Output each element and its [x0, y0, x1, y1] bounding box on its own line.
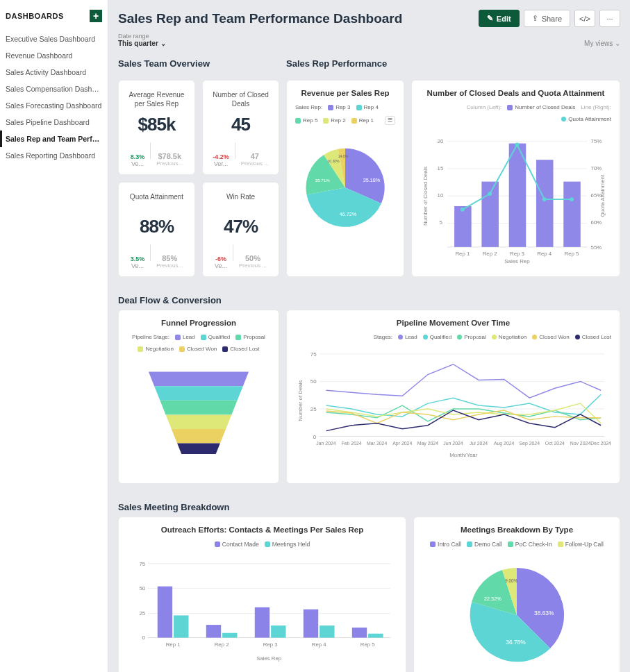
kpi-win-rate[interactable]: Win Rate 47% -6% Ve... 50% Previous ... [202, 182, 279, 277]
legend-item: PoC Check-In [508, 541, 552, 548]
svg-text:Rep 5: Rep 5 [565, 251, 580, 257]
kpi-closed-deals[interactable]: Number of Closed Deals 45 -4.2% Ver... 4… [202, 80, 279, 175]
sidebar-item-rep-team[interactable]: Sales Rep and Team Perform... [0, 131, 108, 147]
svg-point-29 [542, 197, 547, 201]
svg-text:65%: 65% [591, 192, 602, 199]
svg-text:75: 75 [310, 351, 317, 358]
svg-rect-22 [481, 182, 499, 247]
add-dashboard-button[interactable]: + [90, 10, 102, 22]
svg-text:35.71%: 35.71% [315, 178, 330, 183]
sidebar-item-compensation[interactable]: Sales Compensation Dashboard [0, 81, 108, 97]
sidebar-item-reporting[interactable]: Sales Reporting Dashboard [0, 147, 108, 164]
legend-item: Rep 1 [351, 116, 374, 125]
legend-item: Follow-Up Call [558, 541, 604, 548]
outreach-svg: 75 50 25 0 Rep 1Rep 2Rep 3Rep 4Rep 5 Sal… [127, 553, 397, 668]
sidebar-item-executive[interactable]: Executive Sales Dashboard [0, 31, 108, 47]
chart-revenue-per-rep[interactable]: Revenue per Sales Rep Sales Rep: Rep 3 R… [286, 80, 404, 277]
svg-text:Rep 4: Rep 4 [312, 641, 326, 648]
svg-text:Number of Closed Deals: Number of Closed Deals [422, 166, 429, 226]
sidebar-item-revenue[interactable]: Revenue Dashboard [0, 47, 108, 64]
more-button[interactable]: ··· [599, 10, 620, 27]
svg-text:Rep 3: Rep 3 [263, 641, 278, 648]
kpi-prev: 50% [239, 254, 267, 262]
kpi-sub: Ve... [215, 262, 227, 269]
svg-marker-38 [154, 386, 243, 401]
edit-button[interactable]: ✎ Edit [479, 10, 520, 27]
kpi-title: Number of Closed Deals [208, 90, 273, 108]
legend-item: Qualified [201, 334, 231, 340]
svg-marker-42 [177, 444, 220, 454]
svg-text:Jun 2024: Jun 2024 [443, 441, 463, 446]
kpi-value: 45 [208, 114, 273, 135]
chart-closed-deals-quota[interactable]: Number of Closed Deals and Quota Attainm… [411, 80, 620, 277]
legend-item: Closed Lost [222, 346, 259, 352]
section-meeting-title: Sales Meeting Breakdown [118, 498, 620, 516]
legend-item: Quota Attainment [561, 116, 611, 122]
chart-pipeline-movement[interactable]: Pipeline Movement Over Time Stages: Lead… [286, 310, 620, 484]
kpi-quota[interactable]: Quota Attainment 88% 3.5% Ve... 85% Prev… [118, 182, 195, 277]
svg-text:Rep 3: Rep 3 [510, 251, 525, 257]
svg-rect-75 [206, 625, 221, 637]
svg-text:14.0%: 14.0% [338, 154, 349, 158]
svg-text:Mar 2024: Mar 2024 [367, 441, 387, 446]
chart-funnel[interactable]: Funnel Progression Pipeline Stage: Lead … [118, 310, 279, 484]
legend-item: Number of Closed Deals [507, 104, 575, 110]
kpi-prev: 47 [241, 152, 269, 160]
svg-text:Rep 4: Rep 4 [537, 251, 552, 257]
svg-text:10.20%: 10.20% [327, 159, 340, 163]
sidebar-item-forecasting[interactable]: Sales Forecasting Dashboard [0, 97, 108, 114]
svg-text:25: 25 [140, 610, 146, 616]
svg-text:9.00%: 9.00% [505, 578, 517, 583]
kpi-grid: Average Revenue per Sales Rep $85k 8.3% … [118, 80, 279, 277]
legend-item: Proposal [457, 334, 486, 340]
svg-rect-73 [158, 586, 172, 637]
chart-title: Revenue per Sales Rep [295, 89, 395, 97]
kpi-title: Quota Attainment [124, 192, 189, 210]
svg-text:15: 15 [438, 165, 444, 171]
svg-text:Aug 2024: Aug 2024 [494, 441, 515, 446]
share-icon: ⇪ [532, 14, 538, 23]
chart-meetings-type[interactable]: Meetings Breakdown By Type Intro Call De… [413, 516, 620, 672]
kpi-value: 88% [124, 216, 189, 237]
my-views-button[interactable]: My views ⌄ [584, 40, 620, 47]
svg-text:0: 0 [142, 635, 145, 641]
svg-rect-25 [563, 182, 581, 247]
svg-text:Rep 2: Rep 2 [483, 251, 497, 257]
pie-chart-svg: 35.18% 46.72% 35.71% 10.20% 14.0% [295, 131, 395, 230]
svg-point-27 [488, 192, 492, 196]
sidebar: DASHBOARDS + Executive Sales Dashboard R… [0, 0, 108, 672]
legend-toggle-icon[interactable]: ☰ [385, 116, 395, 125]
svg-text:22.32%: 22.32% [484, 596, 501, 602]
legend-item: Closed Won [179, 346, 217, 352]
sidebar-item-activity[interactable]: Sales Activity Dashboard [0, 64, 108, 81]
svg-text:Rep 5: Rep 5 [360, 641, 375, 648]
svg-text:Jan 2024: Jan 2024 [316, 441, 336, 446]
svg-text:Rep 2: Rep 2 [215, 641, 229, 648]
legend-item: Negotiation [492, 334, 527, 340]
sidebar-item-pipeline[interactable]: Sales Pipeline Dashboard [0, 114, 108, 131]
kpi-title: Win Rate [208, 192, 273, 210]
kpi-avg-revenue[interactable]: Average Revenue per Sales Rep $85k 8.3% … [118, 80, 195, 175]
svg-rect-79 [304, 610, 318, 638]
svg-text:75%: 75% [591, 138, 602, 144]
embed-button[interactable]: </> [574, 10, 595, 27]
share-button[interactable]: ⇪ Share [524, 10, 570, 27]
meetings-pie-svg: 38.63% 36.78% 22.32% 9.00% [422, 553, 611, 669]
chart-title: Funnel Progression [127, 319, 270, 327]
svg-marker-41 [172, 429, 226, 444]
chart-title: Meetings Breakdown By Type [422, 526, 611, 534]
svg-rect-24 [536, 160, 554, 247]
legend-line-label: Line (Right): [581, 104, 611, 110]
svg-text:25: 25 [310, 406, 317, 412]
legend-item: Contact Made [215, 541, 259, 548]
legend-item: Rep 3 [328, 104, 350, 110]
main: Sales Rep and Team Performance Dashboard… [108, 0, 630, 672]
kpi-prev-label: Previous ... [241, 160, 269, 167]
date-range[interactable]: Date range This quarter ⌄ [118, 33, 166, 47]
svg-text:Feb 2024: Feb 2024 [342, 441, 362, 446]
chart-outreach[interactable]: Outreach Efforts: Contacts & Meetings Pe… [118, 516, 406, 672]
svg-text:36.78%: 36.78% [506, 639, 526, 646]
svg-point-26 [461, 208, 465, 212]
svg-rect-21 [454, 206, 472, 247]
svg-text:Nov 2024: Nov 2024 [570, 441, 591, 446]
